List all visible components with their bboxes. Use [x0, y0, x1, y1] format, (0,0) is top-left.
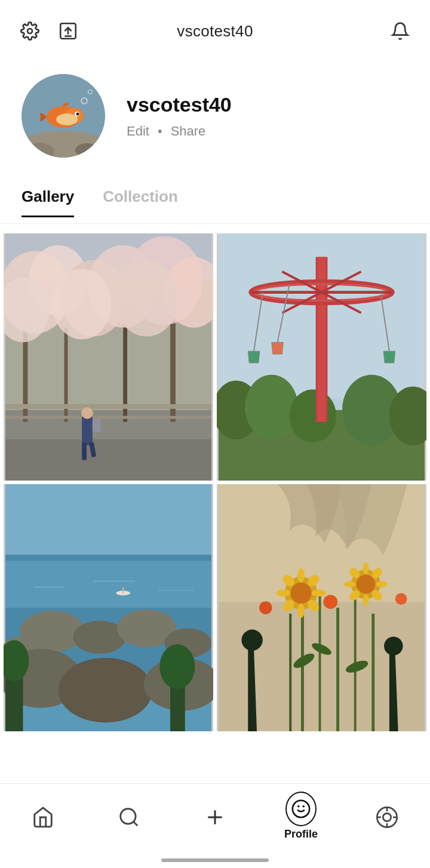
studio-icon: [371, 802, 403, 833]
tabs-section: Gallery Collection: [0, 170, 430, 224]
svg-rect-21: [5, 439, 211, 481]
svg-point-38: [81, 407, 93, 419]
gallery-item-sea[interactable]: [4, 484, 213, 731]
svg-point-128: [383, 813, 391, 821]
svg-point-99: [277, 590, 291, 597]
svg-rect-87: [319, 590, 321, 732]
tab-collection[interactable]: Collection: [103, 187, 178, 217]
bottom-navigation: Profile: [0, 783, 430, 868]
svg-point-120: [121, 808, 136, 823]
svg-rect-66: [5, 561, 211, 608]
svg-rect-80: [122, 587, 124, 595]
search-icon: [113, 802, 145, 833]
gallery-item-tower[interactable]: [217, 233, 426, 481]
share-button[interactable]: Share: [171, 124, 206, 139]
svg-rect-88: [336, 608, 339, 731]
nav-profile-label: Profile: [284, 828, 318, 841]
svg-point-47: [289, 389, 336, 442]
svg-point-14: [56, 113, 78, 125]
svg-line-121: [133, 821, 137, 826]
gallery-item-cherry[interactable]: [4, 233, 213, 481]
separator-dot: •: [158, 124, 162, 139]
edit-button[interactable]: Edit: [127, 124, 149, 139]
svg-rect-35: [5, 404, 211, 409]
svg-point-98: [297, 604, 305, 618]
svg-point-124: [293, 801, 309, 817]
profile-section: vscotest40 Edit • Share: [0, 56, 430, 170]
header: vscotest40: [0, 0, 430, 56]
svg-point-73: [59, 658, 153, 722]
svg-point-13: [76, 113, 79, 116]
gallery-item-flowers[interactable]: [217, 484, 426, 731]
svg-point-78: [159, 644, 195, 689]
home-icon: [27, 802, 59, 833]
svg-point-9: [75, 143, 99, 158]
svg-point-46: [245, 375, 298, 439]
upload-icon: [58, 21, 78, 41]
sea-photo: [4, 484, 213, 731]
profile-actions: Edit • Share: [127, 124, 232, 139]
home-indicator: [161, 858, 269, 862]
settings-icon: [20, 21, 39, 41]
svg-point-34: [114, 260, 179, 336]
svg-rect-90: [371, 614, 374, 731]
svg-point-108: [363, 595, 369, 607]
smiley-icon: [291, 799, 311, 819]
svg-point-117: [259, 601, 272, 614]
svg-point-107: [363, 562, 369, 574]
svg-rect-39: [82, 442, 87, 460]
svg-rect-41: [93, 419, 101, 432]
svg-point-116: [395, 593, 407, 605]
tab-gallery[interactable]: Gallery: [22, 187, 74, 217]
nav-profile[interactable]: Profile: [271, 793, 331, 841]
flowers-photo: [217, 484, 426, 731]
nav-add[interactable]: [185, 802, 245, 833]
svg-point-106: [357, 575, 376, 594]
gallery-grid: [0, 224, 430, 735]
profile-icon-circle: [285, 792, 317, 826]
nav-studio[interactable]: [357, 802, 417, 833]
avatar-image: [22, 74, 105, 158]
profile-info: vscotest40 Edit • Share: [127, 93, 232, 139]
upload-button[interactable]: [55, 18, 81, 44]
svg-point-109: [344, 581, 356, 587]
svg-point-115: [323, 595, 337, 610]
plus-icon: [199, 802, 231, 833]
svg-rect-64: [5, 484, 211, 555]
svg-point-100: [312, 590, 326, 597]
header-title: vscotest40: [177, 22, 253, 41]
header-left-icons: [17, 18, 81, 44]
profile-icon-container: [285, 793, 317, 824]
svg-point-119: [384, 637, 403, 656]
svg-rect-36: [5, 416, 211, 419]
tower-photo: [217, 233, 426, 481]
bell-icon: [391, 21, 410, 41]
svg-point-96: [290, 583, 312, 604]
profile-username: vscotest40: [127, 93, 232, 116]
cherry-blossom-photo: [4, 233, 213, 481]
svg-rect-37: [82, 416, 93, 445]
nav-search[interactable]: [99, 802, 159, 833]
svg-point-110: [376, 581, 388, 587]
svg-point-118: [241, 630, 263, 651]
notification-button[interactable]: [387, 18, 413, 44]
svg-rect-91: [289, 614, 291, 731]
settings-button[interactable]: [17, 18, 43, 44]
svg-point-0: [27, 29, 32, 33]
avatar[interactable]: [22, 74, 105, 158]
nav-home[interactable]: [13, 802, 73, 833]
svg-point-97: [297, 568, 305, 583]
svg-point-33: [53, 269, 112, 339]
